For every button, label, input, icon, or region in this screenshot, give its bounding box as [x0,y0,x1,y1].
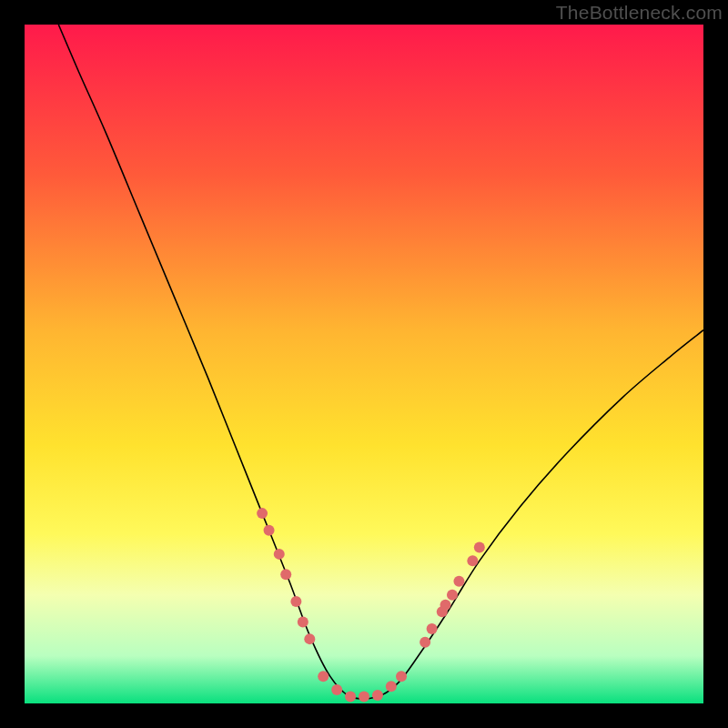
data-point [359,692,369,703]
data-point [257,508,268,519]
data-point [318,671,329,682]
data-point [345,692,356,703]
data-point [280,569,291,580]
watermark-text: TheBottleneck.com [556,2,723,24]
data-point [467,555,478,566]
bottleneck-chart [25,25,703,703]
data-point [386,681,397,692]
data-point [372,690,383,701]
data-point [453,576,464,587]
data-point [264,525,275,536]
data-point [298,616,308,627]
gradient-background [25,25,703,703]
chart-frame [25,25,703,703]
data-point [290,596,301,607]
data-point [304,633,315,644]
data-point [396,671,407,682]
data-point [274,549,285,560]
data-point [440,600,451,611]
data-point [447,590,458,601]
data-point [420,637,430,648]
data-point [331,684,342,695]
data-point [427,623,438,634]
data-point [474,541,485,552]
